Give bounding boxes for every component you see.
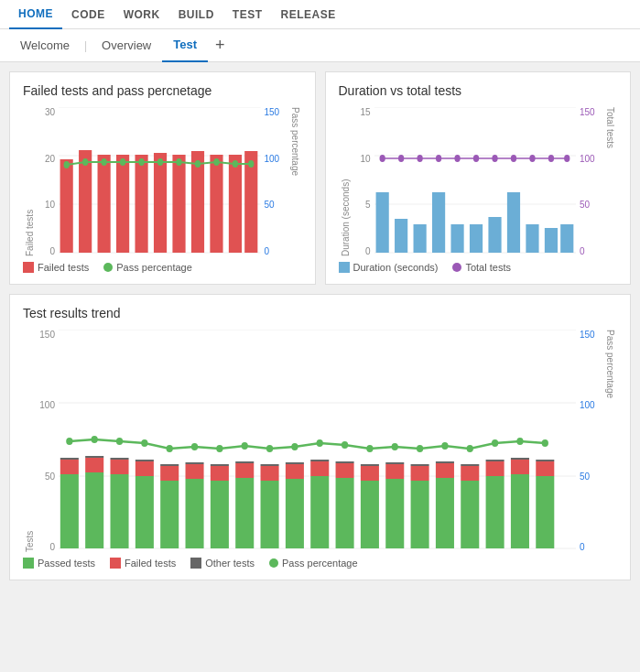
main-content: Failed tests and pass percnetage Failed … <box>0 62 640 590</box>
nav-test[interactable]: TEST <box>223 0 272 29</box>
legend-other-label: Other tests <box>205 558 255 569</box>
svg-point-46 <box>472 155 478 162</box>
svg-rect-111 <box>511 460 529 474</box>
legend-failed-tests: Failed tests <box>23 262 89 273</box>
legend-failed-trend-label: Failed tests <box>125 558 176 569</box>
add-tab-button[interactable]: + <box>208 36 233 55</box>
duration-tests-chart-wrap: Duration (seconds) 15 10 5 0 <box>339 107 618 256</box>
svg-rect-81 <box>261 466 279 481</box>
failed-tests-right-label: Pass percentage <box>288 107 302 256</box>
svg-rect-109 <box>486 460 504 461</box>
svg-rect-115 <box>536 460 554 461</box>
svg-rect-36 <box>488 217 501 253</box>
tab-divider: | <box>81 39 91 52</box>
svg-rect-61 <box>85 456 103 458</box>
legend-pass-pct-label: Pass percentage <box>116 262 192 273</box>
nav-build[interactable]: BUILD <box>169 0 223 29</box>
svg-point-50 <box>548 155 553 162</box>
results-trend-panel: Test results trend Tests 150 100 50 0 <box>9 294 631 580</box>
svg-rect-83 <box>286 479 304 548</box>
svg-rect-62 <box>111 474 129 548</box>
failed-tests-chart-inner <box>59 107 261 256</box>
svg-rect-33 <box>432 192 445 253</box>
svg-point-134 <box>516 438 523 445</box>
svg-rect-99 <box>411 466 429 481</box>
svg-point-49 <box>529 155 535 162</box>
top-navigation: HOME CODE WORK BUILD TEST RELEASE <box>0 0 640 29</box>
results-y-right: 150 100 50 0 <box>576 330 603 552</box>
svg-rect-102 <box>436 463 454 478</box>
svg-rect-32 <box>413 224 426 253</box>
svg-point-42 <box>397 155 403 162</box>
legend-total-tests-icon <box>452 263 461 272</box>
svg-rect-112 <box>511 458 529 460</box>
top-charts-row: Failed tests and pass percnetage Failed … <box>9 71 631 285</box>
svg-rect-98 <box>411 481 429 548</box>
duration-y-left: 15 10 5 0 <box>353 107 374 256</box>
duration-tests-panel: Duration vs total tests Duration (second… <box>325 71 632 285</box>
failed-tests-y-left: 30 20 10 0 <box>37 107 59 256</box>
svg-rect-93 <box>361 466 379 481</box>
nav-code[interactable]: CODE <box>62 0 114 29</box>
svg-rect-105 <box>461 466 479 481</box>
svg-point-18 <box>120 158 125 166</box>
svg-point-130 <box>417 445 423 452</box>
svg-rect-60 <box>85 458 103 472</box>
legend-pass-percentage: Pass percentage <box>103 262 192 273</box>
svg-rect-70 <box>160 464 179 466</box>
svg-rect-96 <box>385 464 404 479</box>
svg-point-131 <box>441 442 448 450</box>
tab-test[interactable]: Test <box>162 29 208 62</box>
svg-rect-108 <box>486 461 504 476</box>
svg-rect-37 <box>506 192 519 253</box>
results-left-label: Tests <box>23 330 37 552</box>
svg-point-116 <box>66 438 72 445</box>
results-trend-title: Test results trend <box>23 306 617 320</box>
svg-rect-64 <box>111 458 129 460</box>
svg-rect-85 <box>286 462 304 464</box>
svg-rect-8 <box>135 155 147 253</box>
failed-tests-y-right: 150 100 50 0 <box>261 107 288 256</box>
legend-pass-pct-icon <box>103 263 113 272</box>
svg-rect-13 <box>229 155 242 253</box>
svg-rect-67 <box>136 460 154 461</box>
svg-point-124 <box>266 445 273 452</box>
svg-rect-94 <box>361 464 379 466</box>
svg-rect-87 <box>310 461 329 476</box>
tab-overview[interactable]: Overview <box>91 29 162 62</box>
svg-rect-59 <box>85 472 103 548</box>
svg-point-45 <box>454 155 460 162</box>
svg-rect-90 <box>336 463 354 478</box>
svg-point-19 <box>138 158 144 166</box>
nav-work[interactable]: WORK <box>114 0 169 29</box>
svg-point-16 <box>82 158 88 166</box>
svg-rect-86 <box>310 476 329 548</box>
tab-welcome[interactable]: Welcome <box>9 29 81 62</box>
svg-point-127 <box>342 441 348 449</box>
nav-home[interactable]: HOME <box>9 0 62 29</box>
svg-rect-107 <box>486 476 504 548</box>
nav-release[interactable]: RELEASE <box>272 0 345 29</box>
svg-point-133 <box>492 439 498 447</box>
svg-point-122 <box>216 445 222 452</box>
legend-duration-icon <box>339 262 350 273</box>
results-chart-inner <box>59 330 576 552</box>
legend-passed-tests: Passed tests <box>23 558 95 569</box>
svg-rect-82 <box>261 464 279 466</box>
svg-rect-88 <box>310 460 329 461</box>
svg-point-47 <box>492 155 497 162</box>
svg-point-121 <box>191 443 198 450</box>
svg-rect-97 <box>385 462 404 464</box>
svg-rect-84 <box>286 464 304 479</box>
failed-tests-left-label: Failed tests <box>23 107 37 256</box>
svg-rect-63 <box>111 460 129 474</box>
svg-point-119 <box>141 439 147 447</box>
duration-right-label: Total tests <box>603 107 617 256</box>
svg-point-128 <box>366 445 373 452</box>
svg-point-129 <box>392 443 398 450</box>
svg-rect-57 <box>60 460 79 474</box>
svg-rect-56 <box>60 474 79 548</box>
svg-point-15 <box>64 161 70 168</box>
svg-rect-106 <box>461 464 479 466</box>
svg-rect-66 <box>136 461 154 476</box>
